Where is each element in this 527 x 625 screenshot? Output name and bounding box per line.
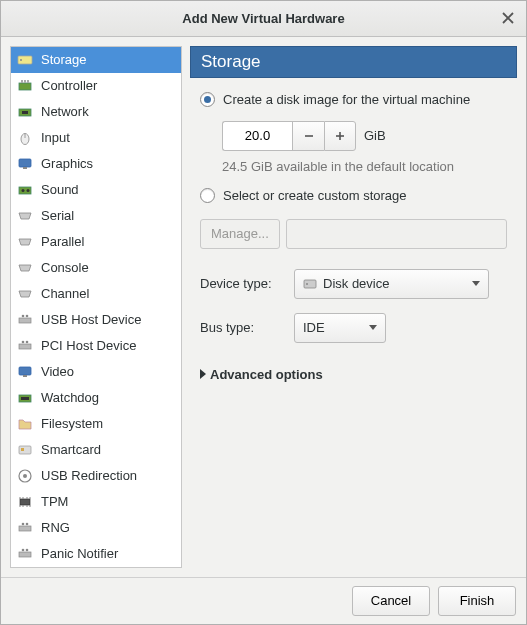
svg-rect-12 [19, 159, 31, 167]
svg-point-44 [22, 549, 25, 552]
svg-point-42 [26, 523, 29, 526]
channel-icon [17, 286, 33, 302]
sidebar-item-label: Channel [41, 286, 89, 301]
svg-point-18 [22, 315, 25, 318]
sidebar-item-pci-host[interactable]: PCI Host Device [11, 333, 181, 359]
decrement-button[interactable] [292, 121, 324, 151]
folder-icon [17, 416, 33, 432]
finish-button[interactable]: Finish [438, 586, 516, 616]
disk-size-input[interactable] [222, 121, 292, 151]
sidebar-item-rng[interactable]: RNG [11, 515, 181, 541]
svg-point-22 [26, 341, 29, 344]
tpm-icon [17, 494, 33, 510]
sidebar-item-video[interactable]: Video [11, 359, 181, 385]
sidebar-item-usb-host[interactable]: USB Host Device [11, 307, 181, 333]
sidebar-item-serial[interactable]: Serial [11, 203, 181, 229]
dialog-footer: Cancel Finish [1, 577, 526, 624]
add-hardware-dialog: Add New Virtual Hardware Storage Control… [0, 0, 527, 625]
sidebar-item-parallel[interactable]: Parallel [11, 229, 181, 255]
sidebar-item-label: USB Redirection [41, 468, 137, 483]
svg-point-50 [306, 283, 308, 285]
cancel-button[interactable]: Cancel [352, 586, 430, 616]
sound-icon [17, 182, 33, 198]
device-type-label: Device type: [200, 276, 284, 291]
close-button[interactable] [498, 8, 518, 28]
svg-rect-28 [21, 448, 24, 451]
bus-type-combo[interactable]: IDE [294, 313, 386, 343]
sidebar-item-input[interactable]: Input [11, 125, 181, 151]
usb-host-icon [17, 312, 33, 328]
rng-icon [17, 520, 33, 536]
bus-type-value: IDE [303, 320, 325, 335]
bus-type-label: Bus type: [200, 320, 284, 335]
controller-icon [17, 78, 33, 94]
content-panel: Storage Create a disk image for the virt… [190, 46, 517, 568]
dialog-body: Storage Controller Network Input Graphic… [1, 37, 526, 577]
sidebar-item-label: Parallel [41, 234, 84, 249]
sidebar-item-panic[interactable]: Panic Notifier [11, 541, 181, 567]
radio-create-disk[interactable]: Create a disk image for the virtual mach… [200, 92, 507, 107]
sidebar-item-label: Watchdog [41, 390, 99, 405]
radio-icon [200, 188, 215, 203]
sidebar-item-sound[interactable]: Sound [11, 177, 181, 203]
disk-size-row: GiB [222, 121, 507, 151]
sidebar-item-label: Graphics [41, 156, 93, 171]
hardware-list: Storage Controller Network Input Graphic… [10, 46, 182, 568]
sidebar-item-network[interactable]: Network [11, 99, 181, 125]
sidebar-item-tpm[interactable]: TPM [11, 489, 181, 515]
sidebar-item-filesystem[interactable]: Filesystem [11, 411, 181, 437]
content-body: Create a disk image for the virtual mach… [190, 78, 517, 568]
chevron-down-icon [472, 281, 480, 286]
video-icon [17, 364, 33, 380]
svg-rect-17 [19, 318, 31, 323]
svg-rect-27 [19, 446, 31, 454]
sidebar-item-storage[interactable]: Storage [11, 47, 181, 73]
sidebar-item-label: Sound [41, 182, 79, 197]
sidebar-item-label: USB Host Device [41, 312, 141, 327]
radio-icon [200, 92, 215, 107]
sidebar-item-smartcard[interactable]: Smartcard [11, 437, 181, 463]
svg-rect-26 [21, 397, 29, 400]
sidebar-item-channel[interactable]: Channel [11, 281, 181, 307]
svg-rect-4 [19, 83, 31, 90]
usb-redir-icon [17, 468, 33, 484]
advanced-expander[interactable]: Advanced options [200, 367, 507, 382]
device-type-combo[interactable]: Disk device [294, 269, 489, 299]
sidebar-item-usb-redir[interactable]: USB Redirection [11, 463, 181, 489]
svg-rect-5 [21, 80, 23, 83]
panic-icon [17, 546, 33, 562]
radio-custom-label: Select or create custom storage [223, 188, 407, 203]
radio-custom-storage[interactable]: Select or create custom storage [200, 188, 507, 203]
mouse-icon [17, 130, 33, 146]
sidebar-item-graphics[interactable]: Graphics [11, 151, 181, 177]
titlebar: Add New Virtual Hardware [1, 1, 526, 37]
increment-button[interactable] [324, 121, 356, 151]
advanced-label: Advanced options [210, 367, 323, 382]
sidebar-item-label: Panic Notifier [41, 546, 118, 561]
svg-rect-6 [24, 80, 26, 83]
sidebar-item-label: Smartcard [41, 442, 101, 457]
sidebar-item-label: Video [41, 364, 74, 379]
svg-point-19 [26, 315, 29, 318]
sidebar-item-console[interactable]: Console [11, 255, 181, 281]
radio-create-label: Create a disk image for the virtual mach… [223, 92, 470, 107]
svg-rect-23 [19, 367, 31, 375]
sidebar-item-label: Serial [41, 208, 74, 223]
sidebar-item-watchdog[interactable]: Watchdog [11, 385, 181, 411]
disk-icon [303, 277, 317, 291]
svg-point-15 [22, 189, 25, 192]
svg-point-3 [20, 59, 22, 61]
console-icon [17, 260, 33, 276]
sidebar-item-controller[interactable]: Controller [11, 73, 181, 99]
manage-button[interactable]: Manage... [200, 219, 280, 249]
window-title: Add New Virtual Hardware [182, 11, 344, 26]
svg-point-41 [22, 523, 25, 526]
storage-path-input[interactable] [286, 219, 507, 249]
sidebar-item-label: Input [41, 130, 70, 145]
manage-storage-row: Manage... [200, 219, 507, 249]
svg-rect-13 [23, 167, 27, 169]
sidebar-item-label: Console [41, 260, 89, 275]
chevron-down-icon [369, 325, 377, 330]
display-icon [17, 156, 33, 172]
svg-rect-20 [19, 344, 31, 349]
